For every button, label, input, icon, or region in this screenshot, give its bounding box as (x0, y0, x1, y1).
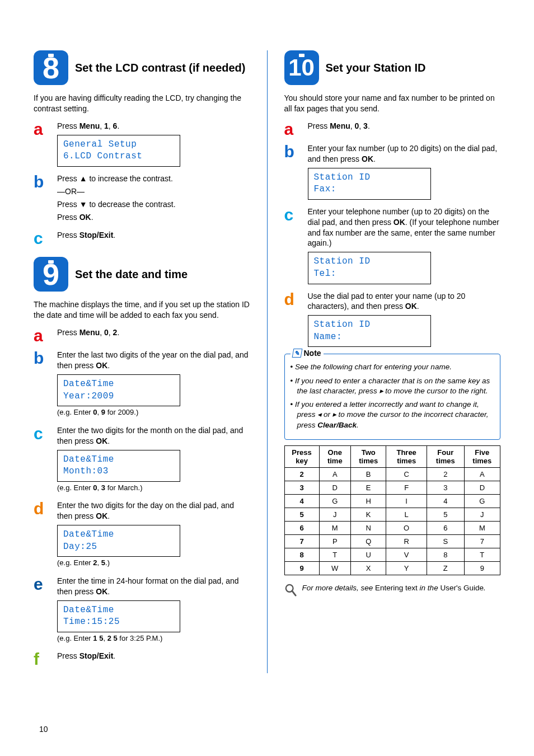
table-cell: K (350, 508, 386, 521)
table-cell: S (427, 534, 464, 548)
up-arrow-icon: ▲ (79, 174, 87, 183)
table-cell: X (350, 561, 386, 575)
table-row: 6MNO6M (284, 521, 500, 534)
table-cell: 3 (427, 481, 464, 494)
magnifier-icon (284, 583, 297, 599)
note-icon: ✎ (292, 349, 302, 358)
table-row: 2ABC2A (284, 467, 500, 481)
table-cell: J (319, 508, 350, 521)
table-cell: N (350, 521, 386, 534)
step-10a-letter: a (284, 121, 300, 138)
svg-line-1 (292, 591, 295, 595)
table-cell: F (386, 481, 427, 494)
table-cell: G (464, 494, 500, 508)
table-cell: M (319, 521, 350, 534)
table-cell: E (350, 481, 386, 494)
lcd-10b: Station ID Fax: (308, 168, 431, 200)
step-10b-text: Enter your fax number (up to 20 digits) … (308, 143, 501, 201)
lcd-9d: Date&Time Day:25 (57, 525, 180, 557)
down-arrow-icon: ▼ (79, 200, 87, 209)
table-cell: Y (386, 561, 427, 575)
table-cell: I (386, 494, 427, 508)
table-cell: 9 (284, 561, 319, 575)
table-cell: 5 (427, 508, 464, 521)
table-cell: M (464, 521, 500, 534)
step-9a-letter: a (34, 327, 49, 344)
step-number-10: 10 (284, 50, 319, 85)
step-9f-letter: f (34, 651, 49, 668)
table-cell: D (319, 481, 350, 494)
table-cell: P (319, 534, 350, 548)
note-item-2: If you need to enter a character that is… (297, 376, 495, 396)
table-cell: J (464, 508, 500, 521)
table-cell: 5 (284, 508, 319, 521)
right-arrow-icon: ▸ (380, 387, 383, 395)
step-8c-text: Press Stop/Exit. (57, 230, 250, 247)
table-cell: 7 (464, 534, 500, 548)
lcd-9b: Date&Time Year:2009 (57, 374, 180, 406)
table-cell: 8 (427, 548, 464, 561)
table-cell: W (319, 561, 350, 575)
table-cell: 6 (284, 521, 319, 534)
table-cell: A (464, 467, 500, 481)
table-row: 4GHI4G (284, 494, 500, 508)
step-9a-text: Press Menu, 0, 2. (57, 327, 250, 344)
table-cell: 6 (427, 521, 464, 534)
table-cell: 4 (284, 494, 319, 508)
step-9b-text: Enter the last two digits of the year on… (57, 350, 250, 420)
section-9-intro: The machine displays the time, and if yo… (34, 299, 250, 321)
note-item-3: If you entered a letter incorrectly and … (297, 400, 495, 430)
step-10d-letter: d (284, 291, 300, 349)
table-row: 9WXYZ9 (284, 561, 500, 575)
step-10c-text: Enter your telephone number (up to 20 di… (308, 206, 501, 285)
step-number-8: 8 (34, 50, 68, 85)
table-header: Press key (284, 445, 319, 467)
section-8-intro: If you are having difficulty reading the… (34, 93, 250, 114)
table-cell: 2 (427, 467, 464, 481)
lcd-10d: Station ID Name: (308, 315, 431, 347)
step-8a-letter: a (34, 121, 49, 168)
table-cell: O (386, 521, 427, 534)
table-cell: A (319, 467, 350, 481)
note-label: Note (304, 349, 321, 358)
step-number-9: 9 (34, 257, 68, 292)
section-8-title: Set the LCD contrast (if needed) (75, 61, 245, 75)
table-row: 5JKL5J (284, 508, 500, 521)
step-10b-letter: b (284, 143, 300, 201)
table-cell: B (350, 467, 386, 481)
tip-box: For more details, see Entering text in t… (284, 583, 501, 599)
table-cell: H (350, 494, 386, 508)
step-10a-text: Press Menu, 0, 3. (308, 121, 501, 138)
section-9-title: Set the date and time (75, 267, 188, 281)
section-10-title: Set your Station ID (326, 61, 426, 75)
table-header: Four times (427, 445, 464, 467)
table-header: Two times (350, 445, 386, 467)
step-9c-letter: c (34, 425, 49, 495)
note-item-1: See the following chart for entering you… (297, 362, 495, 372)
step-8a-text: Press Menu, 1, 6. (57, 121, 250, 132)
table-cell: Q (350, 534, 386, 548)
table-cell: V (386, 548, 427, 561)
character-entry-table: Press keyOne timeTwo timesThree timesFou… (284, 445, 501, 575)
step-9e-text: Enter the time in 24-hour format on the … (57, 576, 250, 646)
lcd-9e: Date&Time Time:15:25 (57, 600, 180, 632)
table-cell: Z (427, 561, 464, 575)
table-cell: C (386, 467, 427, 481)
step-10c-letter: c (284, 206, 300, 285)
table-header: Three times (386, 445, 427, 467)
tip-text: For more details, see Entering text in t… (302, 583, 486, 593)
step-9d-text: Enter the two digits for the day on the … (57, 500, 250, 570)
table-cell: 8 (284, 548, 319, 561)
table-cell: D (464, 481, 500, 494)
lcd-8a: General Setup 6.LCD Contrast (57, 135, 180, 167)
table-cell: T (464, 548, 500, 561)
table-cell: U (350, 548, 386, 561)
step-9e-letter: e (34, 576, 49, 646)
table-cell: L (386, 508, 427, 521)
right-arrow-icon: ▸ (332, 410, 336, 419)
table-cell: 9 (464, 561, 500, 575)
table-row: 8TUV8T (284, 548, 500, 561)
table-cell: 2 (284, 467, 319, 481)
step-8b-letter: b (34, 173, 49, 225)
table-cell: G (319, 494, 350, 508)
